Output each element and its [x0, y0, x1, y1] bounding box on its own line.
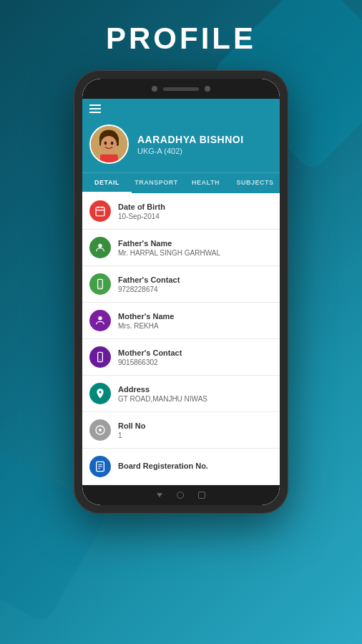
- avatar: [89, 125, 129, 164]
- roll_no-label: Roll No: [118, 421, 273, 430]
- father_name-value: Mr. HARPAL SINGH GARHWAL: [118, 249, 273, 257]
- roll_no-icon: [89, 419, 111, 441]
- svg-point-15: [98, 316, 102, 320]
- svg-rect-8: [96, 208, 104, 216]
- address-label: Address: [118, 385, 273, 394]
- camera-dot: [152, 86, 157, 92]
- dob-icon: [89, 200, 111, 222]
- student-class: UKG-A (402): [137, 147, 273, 155]
- mother_name-icon: [89, 310, 111, 331]
- roll_no-value: 1: [118, 431, 273, 439]
- mother_contact-icon: [89, 346, 111, 368]
- dob-label: Date of Birth: [118, 203, 273, 211]
- recents-button[interactable]: [198, 492, 205, 499]
- tab-health[interactable]: HEALTH: [181, 173, 230, 193]
- mother_name-content: Mother's Name Mrs. REKHA: [118, 312, 273, 330]
- father_name-label: Father's Name: [118, 239, 273, 248]
- svg-point-5: [104, 142, 107, 145]
- board_reg-label: Board Registeration No.: [118, 462, 273, 470]
- father_name-icon: [89, 237, 111, 258]
- list-item: Father's Name Mr. HARPAL SINGH GARHWAL: [82, 230, 280, 266]
- dob-value: 10-Sep-2014: [118, 213, 273, 220]
- board_reg-content: Board Registeration No.: [118, 462, 273, 472]
- roll_no-content: Roll No 1: [118, 421, 273, 439]
- list-item: Mother's Name Mrs. REKHA: [82, 303, 280, 339]
- app-header: [82, 99, 280, 119]
- phone-frame: AARADHYA BISHNOI UKG-A (402) DETAIL TRAN…: [74, 70, 288, 514]
- tab-transport[interactable]: TRANSPORT: [132, 173, 181, 193]
- list-item: Father's Contact 9728228674: [82, 266, 280, 303]
- dob-content: Date of Birth 10-Sep-2014: [118, 203, 273, 220]
- profile-section: AARADHYA BISHNOI UKG-A (402): [82, 119, 280, 172]
- svg-point-14: [99, 286, 100, 287]
- list-item: Board Registeration No.: [82, 449, 280, 485]
- svg-point-4: [101, 136, 117, 153]
- nav-tabs: DETAIL TRANSPORT HEALTH SUBJECTS: [82, 172, 280, 193]
- father_name-content: Father's Name Mr. HARPAL SINGH GARHWAL: [118, 239, 273, 257]
- svg-point-17: [99, 359, 100, 360]
- hamburger-menu[interactable]: [89, 104, 101, 113]
- list-item: Roll No 1: [82, 412, 280, 449]
- board_reg-icon: [89, 456, 111, 477]
- tab-detail[interactable]: DETAIL: [82, 173, 132, 193]
- student-name: AARADHYA BISHNOI: [137, 134, 273, 145]
- address-value: GT ROAD,MANJHU NIWAS: [118, 395, 273, 403]
- mother_contact-content: Mother's Contact 9015866302: [118, 348, 273, 366]
- back-button[interactable]: [157, 493, 162, 497]
- phone-top-bar: [82, 79, 280, 99]
- list-item: Mother's Contact 9015866302: [82, 339, 280, 376]
- svg-rect-7: [100, 155, 118, 162]
- tab-subjects[interactable]: SUBJECTS: [230, 173, 280, 193]
- page-title: PROFILE: [106, 21, 256, 56]
- father_contact-content: Father's Contact 9728228674: [118, 275, 273, 293]
- father_contact-value: 9728228674: [118, 286, 273, 293]
- svg-point-18: [99, 391, 101, 393]
- father_contact-label: Father's Contact: [118, 275, 273, 284]
- svg-point-12: [98, 244, 102, 248]
- address-icon: [89, 383, 111, 404]
- father_contact-icon: [89, 273, 111, 295]
- svg-point-20: [99, 429, 102, 431]
- list-item: Date of Birth 10-Sep-2014: [82, 193, 280, 230]
- mother_contact-label: Mother's Contact: [118, 348, 273, 357]
- mother_name-label: Mother's Name: [118, 312, 273, 321]
- phone-bottom-bar: [82, 485, 280, 505]
- profile-info: AARADHYA BISHNOI UKG-A (402): [137, 134, 273, 155]
- mother_name-value: Mrs. REKHA: [118, 322, 273, 330]
- phone-inner: AARADHYA BISHNOI UKG-A (402) DETAIL TRAN…: [82, 79, 280, 505]
- svg-point-6: [111, 142, 114, 145]
- list-item: Address GT ROAD,MANJHU NIWAS: [82, 376, 280, 412]
- mother_contact-value: 9015866302: [118, 358, 273, 366]
- address-content: Address GT ROAD,MANJHU NIWAS: [118, 385, 273, 403]
- home-button[interactable]: [177, 492, 184, 499]
- content-list: Date of Birth 10-Sep-2014 Father's Name …: [82, 193, 280, 485]
- camera-dot-2: [205, 86, 210, 92]
- speaker-bar: [163, 87, 199, 91]
